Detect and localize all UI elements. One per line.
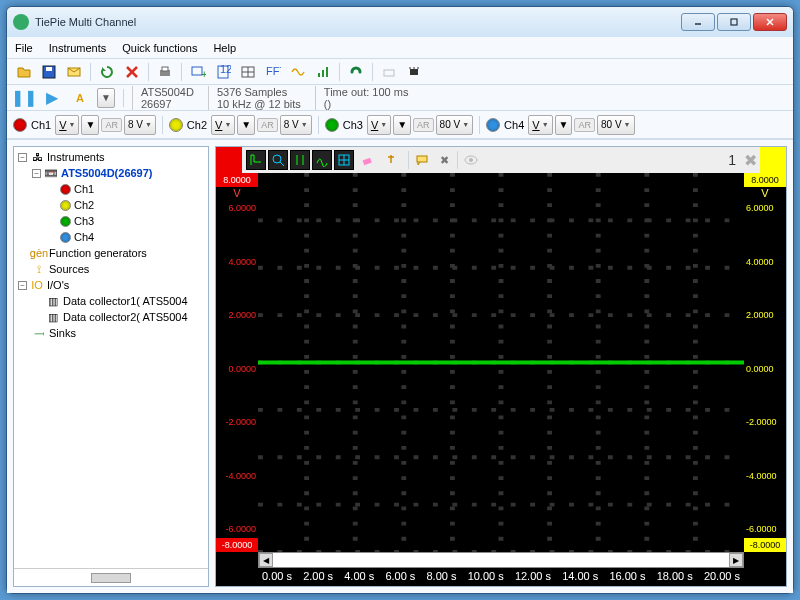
- pin-icon[interactable]: [380, 149, 402, 171]
- coupling-dropdown[interactable]: ▼: [393, 115, 411, 135]
- y-right-min: -8.0000: [744, 538, 786, 552]
- minimize-button[interactable]: [681, 13, 715, 31]
- refresh-icon[interactable]: [96, 61, 118, 83]
- scope-add-icon[interactable]: +: [187, 61, 209, 83]
- autorange-badge[interactable]: AR: [257, 118, 278, 132]
- coupling-dropdown[interactable]: ▼: [237, 115, 255, 135]
- play-button[interactable]: ▶: [41, 87, 63, 109]
- tree-ios[interactable]: −IOI/O's: [18, 277, 206, 293]
- meter-icon[interactable]: 123: [212, 61, 234, 83]
- coupling-button[interactable]: V▼: [211, 115, 235, 135]
- auto-dropdown[interactable]: ▼: [97, 88, 115, 108]
- level-icon[interactable]: [312, 61, 334, 83]
- y-axis-right[interactable]: 8.0000 V 6.00004.00002.00000.0000-2.0000…: [744, 173, 786, 552]
- coupling-dropdown[interactable]: ▼: [81, 115, 99, 135]
- graph-close-icon[interactable]: ✖: [740, 150, 760, 170]
- maximize-button[interactable]: [717, 13, 751, 31]
- y-tick: 2.0000: [218, 310, 256, 320]
- tree-h-scrollbar[interactable]: [14, 568, 208, 586]
- collapse-icon[interactable]: −: [32, 169, 41, 178]
- object-tree[interactable]: −🖧Instruments −📼ATS5004D(26697) Ch1Ch2Ch…: [14, 147, 208, 568]
- settings-icon[interactable]: [378, 61, 400, 83]
- tree-funcgen[interactable]: gėnFunction generators: [18, 245, 206, 261]
- channel-dot-icon[interactable]: [169, 118, 183, 132]
- y-right-max: 8.0000: [744, 173, 786, 187]
- coupling-button[interactable]: V▼: [528, 115, 552, 135]
- collapse-icon[interactable]: −: [18, 153, 27, 162]
- svg-rect-10: [162, 67, 168, 71]
- print-icon[interactable]: [154, 61, 176, 83]
- channel-dot-icon[interactable]: [486, 118, 500, 132]
- range-button[interactable]: 8 V▼: [280, 115, 312, 135]
- graph-panel: ✖ 1 ✖ 8.0000 V 6.00004.00002.00000.0000-…: [215, 146, 787, 587]
- channel-dot-icon[interactable]: [325, 118, 339, 132]
- tree-sources[interactable]: ⟟Sources: [18, 261, 206, 277]
- comment-icon[interactable]: [411, 149, 433, 171]
- coupling-dropdown[interactable]: ▼: [555, 115, 573, 135]
- y-axis-left[interactable]: 8.0000 V 6.00004.00002.00000.0000-2.0000…: [216, 173, 258, 552]
- connect-icon[interactable]: [345, 61, 367, 83]
- tree-ch2[interactable]: Ch2: [46, 197, 206, 213]
- range-button[interactable]: 80 V▼: [436, 115, 474, 135]
- scroll-left-icon[interactable]: ◀: [259, 553, 273, 567]
- menu-file[interactable]: File: [15, 42, 33, 54]
- wave-icon[interactable]: [287, 61, 309, 83]
- menu-instruments[interactable]: Instruments: [49, 42, 106, 54]
- open-icon[interactable]: [13, 61, 35, 83]
- chip-icon[interactable]: [403, 61, 425, 83]
- x-tick: 12.00 s: [515, 570, 551, 584]
- channel-dot-icon[interactable]: [13, 118, 27, 132]
- channel-dot-icon: [60, 200, 71, 211]
- content-area: −🖧Instruments −📼ATS5004D(26697) Ch1Ch2Ch…: [7, 139, 793, 593]
- tree-device[interactable]: −📼ATS5004D(26697): [32, 165, 206, 181]
- h-scrollbar[interactable]: ◀ ▶: [258, 552, 744, 568]
- autorange-badge[interactable]: AR: [101, 118, 122, 132]
- mail-icon[interactable]: [63, 61, 85, 83]
- svg-rect-22: [384, 70, 394, 76]
- svg-point-37: [469, 158, 473, 162]
- tree-ch3[interactable]: Ch3: [46, 213, 206, 229]
- auto-button[interactable]: A: [69, 87, 91, 109]
- tree-dc2[interactable]: ▥Data collector2( ATS5004: [32, 309, 206, 325]
- tree-ch1[interactable]: Ch1: [46, 181, 206, 197]
- zoom-icon[interactable]: [268, 150, 288, 170]
- pause-button[interactable]: ❚❚: [13, 87, 35, 109]
- tree-sinks[interactable]: ⟞Sinks: [18, 325, 206, 341]
- graph-body: 8.0000 V 6.00004.00002.00000.0000-2.0000…: [216, 173, 786, 552]
- close-button[interactable]: [753, 13, 787, 31]
- erase-icon[interactable]: [356, 149, 378, 171]
- ch1-marker[interactable]: [216, 147, 242, 173]
- range-button[interactable]: 8 V▼: [124, 115, 156, 135]
- x-tick: 10.00 s: [468, 570, 504, 584]
- delete-icon[interactable]: [121, 61, 143, 83]
- range-button[interactable]: 80 V▼: [597, 115, 635, 135]
- eye-icon[interactable]: [460, 149, 482, 171]
- cursor-mode-icon[interactable]: [246, 150, 266, 170]
- coupling-button[interactable]: V▼: [367, 115, 391, 135]
- svg-rect-20: [322, 70, 324, 77]
- clear-icon[interactable]: ✖: [433, 149, 455, 171]
- fft-icon[interactable]: FFT: [262, 61, 284, 83]
- svg-text:123: 123: [220, 64, 231, 75]
- autorange-badge[interactable]: AR: [413, 118, 434, 132]
- y-cursor-icon[interactable]: [312, 150, 332, 170]
- y-tick: 2.0000: [746, 310, 784, 320]
- tree-ch4[interactable]: Ch4: [46, 229, 206, 245]
- titlebar[interactable]: TiePie Multi Channel: [7, 7, 793, 37]
- coupling-button[interactable]: V▼: [55, 115, 79, 135]
- collapse-icon[interactable]: −: [18, 281, 27, 290]
- tree-dc1[interactable]: ▥Data collector1( ATS5004: [32, 293, 206, 309]
- tree-instruments[interactable]: −🖧Instruments: [18, 149, 206, 165]
- x-axis[interactable]: 0.00 s2.00 s4.00 s6.00 s8.00 s10.00 s12.…: [216, 568, 786, 586]
- scroll-right-icon[interactable]: ▶: [729, 553, 743, 567]
- ch2-marker[interactable]: [760, 147, 786, 173]
- plot-area[interactable]: [258, 173, 744, 552]
- table-icon[interactable]: [237, 61, 259, 83]
- save-icon[interactable]: [38, 61, 60, 83]
- menu-help[interactable]: Help: [213, 42, 236, 54]
- autorange-badge[interactable]: AR: [574, 118, 595, 132]
- grid-icon[interactable]: [334, 150, 354, 170]
- x-cursor-icon[interactable]: [290, 150, 310, 170]
- menu-quick-functions[interactable]: Quick functions: [122, 42, 197, 54]
- scrollbar-thumb[interactable]: [91, 573, 131, 583]
